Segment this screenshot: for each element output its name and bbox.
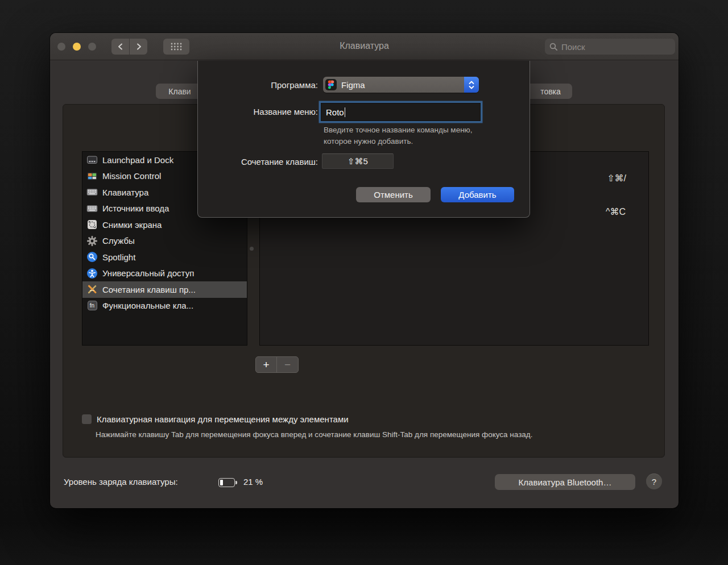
- screenshots-icon: [86, 219, 98, 230]
- battery-level-label: Уровень заряда клавиатуры:: [64, 477, 178, 487]
- list-item-label: Источники ввода: [102, 203, 169, 213]
- list-item-label: Launchpad и Dock: [102, 155, 173, 165]
- battery-tip: [235, 481, 237, 484]
- remove-shortcut-button[interactable]: −: [277, 357, 298, 372]
- list-item-label: Сочетания клавиш пр...: [102, 285, 196, 294]
- bluetooth-keyboard-button[interactable]: Клавиатура Bluetooth…: [495, 474, 635, 490]
- keyboard-navigation-label: Клавиатурная навигация для перемещения м…: [97, 414, 349, 424]
- battery-icon: [218, 478, 235, 487]
- helper-line-1: Введите точное название команды меню,: [324, 124, 473, 136]
- fn-key-icon: fn: [86, 300, 98, 311]
- menu-title-input[interactable]: Roto: [321, 103, 481, 121]
- shortcut-input[interactable]: ⇧⌘5: [322, 153, 394, 169]
- launchpad-dock-icon: [86, 154, 98, 165]
- titlebar: Клавиатура Поиск: [50, 33, 679, 60]
- add-shortcut-button[interactable]: +: [256, 357, 277, 372]
- program-value: Figma: [341, 80, 365, 90]
- list-item-function-keys[interactable]: fn Функциональные кла...: [82, 298, 247, 314]
- keyboard-navigation-hint: Нажимайте клавишу Tab для перемещения фо…: [96, 430, 532, 439]
- preferences-window: Клавиатура Поиск Клави товка Для изменен…: [50, 33, 679, 508]
- figma-app-icon: [325, 79, 337, 90]
- helper-line-2: которое нужно добавить.: [324, 136, 473, 147]
- search-input[interactable]: Поиск: [545, 39, 675, 55]
- keyboard-navigation-checkbox[interactable]: [82, 414, 92, 424]
- fn-key-glyph: fn: [88, 301, 97, 310]
- keyboard-icon: [86, 186, 98, 198]
- mission-control-icon: [86, 171, 98, 182]
- list-item-spotlight[interactable]: Spotlight: [82, 249, 247, 265]
- help-button[interactable]: ?: [646, 473, 662, 489]
- search-placeholder: Поиск: [561, 42, 585, 52]
- shortcut-label: Сочетание клавиш:: [198, 157, 318, 167]
- menu-title-label: Название меню:: [198, 107, 318, 117]
- list-item-label: Универсальный доступ: [102, 268, 194, 278]
- battery-percent: 21 %: [243, 477, 263, 487]
- list-item-app-shortcuts[interactable]: Сочетания клавиш пр...: [82, 281, 247, 298]
- accessibility-icon: [86, 268, 98, 279]
- spotlight-icon: [86, 251, 98, 263]
- add-button[interactable]: Добавить: [441, 187, 514, 202]
- tab-keyboard-label: Клави: [168, 87, 191, 96]
- list-item-label: Функциональные кла...: [102, 301, 193, 310]
- menu-title-helper: Введите точное название команды меню, ко…: [324, 124, 473, 147]
- input-sources-icon: [86, 203, 98, 214]
- search-icon: [549, 43, 558, 51]
- shortcut-value-2: ^⌘C: [606, 206, 626, 217]
- list-item-label: Снимки экрана: [102, 220, 162, 230]
- keyboard-navigation-row: Клавиатурная навигация для перемещения м…: [82, 414, 349, 424]
- list-item-accessibility[interactable]: Универсальный доступ: [82, 265, 247, 282]
- tab-dictation-label: товка: [540, 87, 561, 96]
- list-item-label: Клавиатура: [102, 188, 148, 197]
- program-label: Программа:: [198, 80, 318, 90]
- panel-divider-handle[interactable]: [250, 247, 254, 251]
- tab-keyboard[interactable]: Клави: [156, 84, 204, 99]
- list-item-label: Mission Control: [102, 171, 161, 181]
- menu-title-value: Roto: [326, 107, 344, 117]
- add-shortcut-sheet: Программа: Figma Название меню: Roto Вве…: [197, 61, 530, 218]
- list-item-label: Службы: [102, 236, 135, 246]
- text-caret: [345, 107, 346, 117]
- program-popup[interactable]: Figma: [323, 77, 479, 93]
- popup-stepper-icon[interactable]: [464, 77, 479, 93]
- cancel-button[interactable]: Отменить: [356, 187, 431, 202]
- add-remove-control: + −: [255, 356, 299, 373]
- shortcut-value-1: ⇧⌘/: [607, 173, 626, 184]
- list-item-label: Spotlight: [102, 252, 135, 262]
- list-item-screenshots[interactable]: Снимки экрана: [82, 217, 247, 233]
- app-shortcuts-icon: [86, 284, 98, 295]
- list-item-services[interactable]: Службы: [82, 233, 247, 250]
- battery-fill: [220, 480, 223, 485]
- services-gear-icon: [86, 235, 98, 247]
